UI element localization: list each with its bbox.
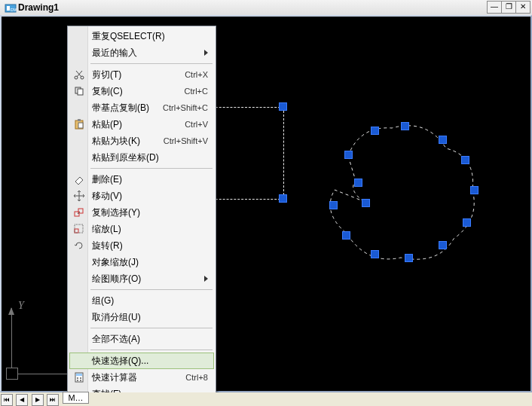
tab-first-button[interactable]: ⏮ bbox=[1, 394, 13, 406]
menu-shortcut: Ctrl+X bbox=[185, 66, 208, 83]
grip-point[interactable] bbox=[362, 199, 370, 207]
menu-copy[interactable]: 复制(C) Ctrl+C bbox=[69, 83, 214, 99]
minimize-button[interactable]: — bbox=[487, 1, 502, 14]
menu-label: 缩放(L) bbox=[92, 224, 121, 234]
menu-label: 剪切(T) bbox=[92, 69, 121, 80]
menu-label: 复制选择(Y) bbox=[92, 207, 140, 218]
menu-cut[interactable]: 剪切(T) Ctrl+X bbox=[69, 66, 214, 83]
menu-label: 取消分组(U) bbox=[92, 312, 141, 322]
svg-rect-9 bbox=[78, 123, 83, 128]
menu-draw-order[interactable]: 绘图顺序(O) bbox=[69, 270, 214, 287]
menu-label: 粘贴到原坐标(D) bbox=[92, 152, 159, 163]
menu-separator bbox=[90, 289, 212, 290]
menu-shortcut: Ctrl+Shift+C bbox=[163, 99, 208, 116]
copy-selection-icon bbox=[73, 206, 85, 218]
menu-label: 删除(E) bbox=[92, 174, 122, 185]
svg-rect-8 bbox=[78, 119, 81, 121]
app-icon: DWG bbox=[5, 2, 17, 14]
tab-next-button[interactable]: ▶ bbox=[32, 394, 44, 406]
menu-copy-with-base-point[interactable]: 带基点复制(B) Ctrl+Shift+C bbox=[69, 99, 214, 116]
svg-point-19 bbox=[80, 380, 81, 381]
shape-edge bbox=[212, 107, 284, 108]
menu-deselect-all[interactable]: 全部不选(A) bbox=[69, 331, 214, 347]
scale-icon bbox=[73, 223, 85, 235]
menu-label: 最近的输入 bbox=[92, 47, 137, 58]
grip-point[interactable] bbox=[405, 254, 413, 262]
grip-point[interactable] bbox=[329, 201, 338, 209]
menu-paste-as-block[interactable]: 粘贴为块(K) Ctrl+Shift+V bbox=[69, 133, 214, 149]
menu-group[interactable]: 组(G) bbox=[69, 292, 214, 309]
context-menu: 重复QSELECT(R) 最近的输入 剪切(T) Ctrl+X 复制(C) Ct… bbox=[67, 26, 216, 406]
menu-quick-select[interactable]: 快速选择(Q)... bbox=[69, 353, 214, 369]
model-tab[interactable]: M… bbox=[63, 392, 88, 404]
grip-point[interactable] bbox=[461, 156, 469, 164]
menu-label: 复制(C) bbox=[92, 86, 123, 96]
menu-separator bbox=[90, 63, 212, 64]
menu-separator bbox=[90, 350, 212, 350]
menu-erase[interactable]: 删除(E) bbox=[69, 171, 214, 188]
svg-rect-1 bbox=[7, 6, 10, 11]
grip-point[interactable] bbox=[371, 127, 379, 135]
close-button[interactable]: ✕ bbox=[515, 1, 530, 14]
svg-text:DWG: DWG bbox=[11, 8, 17, 12]
menu-object-zoom[interactable]: 对象缩放(J) bbox=[69, 254, 214, 270]
menu-label: 粘贴为块(K) bbox=[92, 136, 140, 146]
menu-rotate[interactable]: 旋转(R) bbox=[69, 237, 214, 254]
model-layout-bar: ⏮ ◀ ▶ ⏭ M… bbox=[0, 392, 532, 406]
grip-point[interactable] bbox=[344, 151, 353, 159]
grip-point[interactable] bbox=[354, 179, 362, 187]
grip-point[interactable] bbox=[470, 186, 478, 194]
shape-edge bbox=[212, 199, 284, 200]
grip-point[interactable] bbox=[439, 136, 447, 144]
menu-label: 粘贴(P) bbox=[92, 119, 122, 130]
menu-label: 对象缩放(J) bbox=[92, 257, 139, 267]
paste-icon bbox=[73, 118, 85, 130]
svg-rect-12 bbox=[75, 229, 78, 233]
menu-shortcut: Ctrl+V bbox=[185, 116, 208, 133]
menu-label: 旋转(R) bbox=[92, 240, 123, 251]
restore-button[interactable]: ❐ bbox=[501, 1, 516, 14]
menu-label: 组(G) bbox=[92, 295, 114, 306]
ucs-y-axis bbox=[11, 308, 12, 368]
menu-label: 重复QSELECT(R) bbox=[92, 31, 165, 41]
move-icon bbox=[73, 190, 85, 202]
grip-point[interactable] bbox=[279, 194, 287, 203]
ucs-origin-box bbox=[6, 368, 18, 380]
grip-point[interactable] bbox=[463, 218, 471, 227]
menu-label: 移动(V) bbox=[92, 191, 122, 201]
submenu-arrow-icon bbox=[204, 276, 208, 282]
menu-move[interactable]: 移动(V) bbox=[69, 188, 214, 204]
menu-separator bbox=[90, 168, 212, 169]
eraser-icon bbox=[73, 173, 85, 185]
svg-point-18 bbox=[77, 380, 78, 381]
grip-point[interactable] bbox=[439, 241, 447, 249]
menu-label: 快速计算器 bbox=[92, 372, 137, 383]
menu-ungroup[interactable]: 取消分组(U) bbox=[69, 309, 214, 325]
scissors-icon bbox=[73, 69, 85, 81]
menu-quickcalc[interactable]: 快速计算器 Ctrl+8 bbox=[69, 369, 214, 386]
window-title: Drawing1 bbox=[18, 2, 59, 13]
grip-point[interactable] bbox=[401, 122, 409, 130]
menu-copy-selection[interactable]: 复制选择(Y) bbox=[69, 204, 214, 221]
grip-point[interactable] bbox=[371, 250, 379, 258]
grip-point[interactable] bbox=[279, 102, 287, 111]
tab-last-button[interactable]: ⏭ bbox=[47, 394, 59, 406]
menu-shortcut: Ctrl+C bbox=[185, 83, 208, 99]
submenu-arrow-icon bbox=[204, 50, 208, 56]
menu-repeat-qselect[interactable]: 重复QSELECT(R) bbox=[69, 28, 214, 44]
copy-icon bbox=[73, 85, 85, 97]
menu-separator bbox=[90, 328, 212, 328]
calculator-icon bbox=[73, 371, 85, 383]
tab-prev-button[interactable]: ◀ bbox=[16, 394, 28, 406]
svg-point-17 bbox=[80, 377, 81, 379]
svg-rect-15 bbox=[76, 374, 82, 376]
menu-recent-input[interactable]: 最近的输入 bbox=[69, 44, 214, 61]
menu-paste[interactable]: 粘贴(P) Ctrl+V bbox=[69, 116, 214, 133]
menu-label: 绘图顺序(O) bbox=[92, 273, 141, 284]
menu-paste-to-original-coords[interactable]: 粘贴到原坐标(D) bbox=[69, 149, 214, 166]
grip-point[interactable] bbox=[342, 231, 350, 240]
menu-scale[interactable]: 缩放(L) bbox=[69, 221, 214, 237]
menu-shortcut: Ctrl+8 bbox=[185, 369, 208, 386]
svg-point-16 bbox=[77, 377, 78, 379]
svg-rect-6 bbox=[78, 89, 83, 95]
